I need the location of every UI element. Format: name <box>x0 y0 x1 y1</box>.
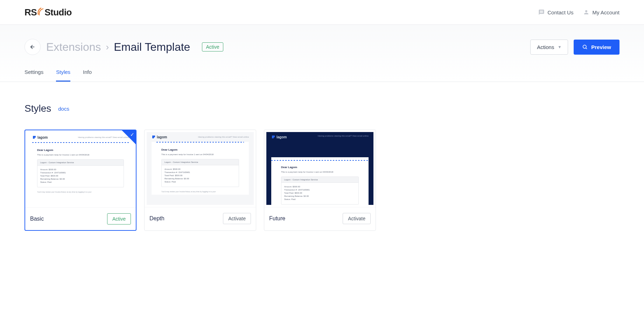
tab-styles[interactable]: Styles <box>56 69 70 82</box>
topbar: RS Studio Contact Us My Account <box>0 0 644 25</box>
preview-button[interactable]: Preview <box>574 40 620 55</box>
section-title: Styles <box>24 103 51 114</box>
contact-us-link[interactable]: Contact Us <box>538 9 573 15</box>
docs-link[interactable]: docs <box>58 106 69 112</box>
style-card-future[interactable]: lagom Having problems viewing this email… <box>264 130 376 231</box>
style-activate-button[interactable]: Activate <box>343 213 371 224</box>
arrow-left-icon <box>29 44 36 50</box>
lagom-icon <box>32 135 36 139</box>
my-account-link[interactable]: My Account <box>583 9 620 15</box>
my-account-label: My Account <box>592 9 620 15</box>
actions-dropdown[interactable]: Actions ▼ <box>530 40 568 55</box>
lagom-icon <box>152 135 156 139</box>
actions-label: Actions <box>537 44 554 50</box>
style-card-basic[interactable]: ✓ lagom Having problems viewing this ema… <box>24 130 136 231</box>
topbar-right: Contact Us My Account <box>538 9 620 15</box>
search-icon <box>582 44 588 50</box>
style-preview: lagom Having problems viewing this email… <box>264 130 376 207</box>
style-cards: ✓ lagom Having problems viewing this ema… <box>24 130 620 231</box>
breadcrumb-current: Email Template <box>114 41 190 54</box>
tab-settings[interactable]: Settings <box>24 69 43 82</box>
logo-prefix: RS <box>24 7 37 18</box>
back-button[interactable] <box>24 39 41 55</box>
tab-info[interactable]: Info <box>83 69 92 82</box>
lagom-icon <box>271 135 275 139</box>
style-card-depth[interactable]: lagom Having problems viewing this email… <box>144 130 256 231</box>
svg-point-0 <box>583 45 586 48</box>
chat-icon <box>538 9 545 15</box>
person-icon <box>583 9 589 15</box>
breadcrumb: Extensions › Email Template <box>46 41 190 54</box>
content: Styles docs ✓ lagom Having problems view… <box>0 82 644 252</box>
preview-label: Preview <box>591 44 611 50</box>
check-icon: ✓ <box>130 132 134 137</box>
tabs: Settings Styles Info <box>24 69 620 82</box>
style-preview: lagom Having problems viewing this email… <box>145 130 256 207</box>
logo-suffix: Studio <box>44 7 72 18</box>
app-logo[interactable]: RS Studio <box>24 7 72 18</box>
style-name: Basic <box>30 216 44 222</box>
caret-down-icon: ▼ <box>558 45 561 49</box>
status-badge: Active <box>202 42 223 51</box>
breadcrumb-extensions[interactable]: Extensions <box>46 41 101 54</box>
style-active-button[interactable]: Active <box>107 213 131 224</box>
style-name: Depth <box>149 215 164 222</box>
style-preview: lagom Having problems viewing this email… <box>25 130 136 207</box>
chevron-right-icon: › <box>106 42 109 53</box>
style-activate-button[interactable]: Activate <box>223 213 251 224</box>
logo-swirl-icon <box>37 7 44 18</box>
contact-us-label: Contact Us <box>547 9 573 15</box>
page-header: Extensions › Email Template Active Actio… <box>0 25 644 82</box>
style-name: Future <box>269 215 285 222</box>
